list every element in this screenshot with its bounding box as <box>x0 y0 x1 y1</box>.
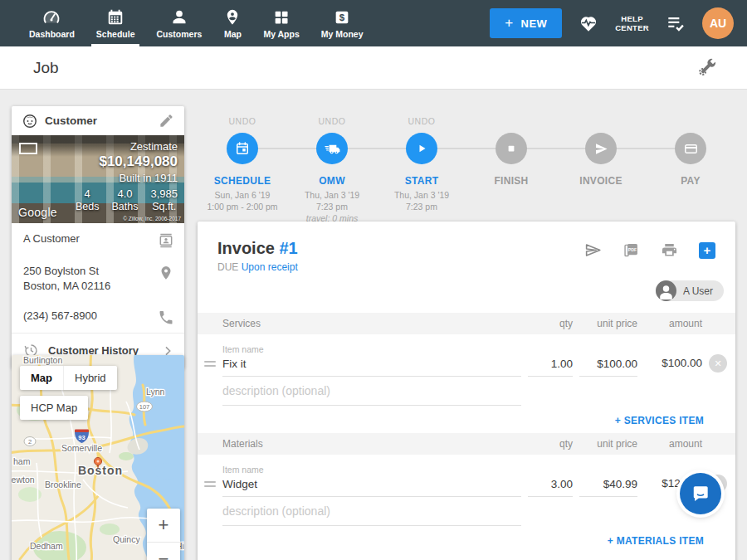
hcp-map-button[interactable]: HCP Map <box>20 396 88 420</box>
customer-card: Customer Zestimate $10,149,080 Built in … <box>12 106 184 368</box>
heart-pulse-icon[interactable] <box>578 12 599 34</box>
amount-column-header: amount <box>644 438 702 450</box>
start-step-button[interactable] <box>406 133 437 164</box>
nav-label: Map <box>224 29 242 39</box>
nav-item-my-apps[interactable]: My Apps <box>252 0 310 46</box>
customer-phone: (234) 567-8900 <box>23 309 158 324</box>
invoice-number: #1 <box>279 239 297 257</box>
nav-item-my-money[interactable]: $ My Money <box>310 0 374 46</box>
invoice-step-button[interactable] <box>585 133 617 164</box>
item-name-label: Item name <box>222 465 521 475</box>
drag-handle[interactable] <box>204 481 216 492</box>
service-name-input[interactable] <box>222 355 521 377</box>
truck-icon <box>324 140 341 158</box>
customer-address-row: 250 Boylston StBoston, MA 02116 <box>12 256 184 300</box>
svg-text:$: $ <box>339 12 345 22</box>
map-label-brookline: Brookline <box>45 480 81 489</box>
baths-stat: 4.0Baths <box>111 187 138 212</box>
zoom-out-button[interactable]: − <box>147 542 180 560</box>
route-107-shield: 107 <box>137 402 153 411</box>
map-card[interactable]: Burlington Lynn Somerville ham Newton Br… <box>12 355 184 560</box>
timeline-step-schedule: UNDO SCHEDULE Sun, Jan 6 '191:00 pm - 2:… <box>198 116 287 225</box>
customer-name-row: A Customer <box>12 223 184 256</box>
service-unit-price-input[interactable] <box>579 355 637 377</box>
activity-feed-icon[interactable] <box>665 12 686 34</box>
add-services-item-link[interactable]: + SERVICES ITEM <box>198 406 735 430</box>
svg-text:93: 93 <box>78 434 85 441</box>
service-description-input[interactable] <box>222 382 521 406</box>
undo-button[interactable]: UNDO <box>319 116 346 127</box>
pay-step-button[interactable] <box>675 133 706 164</box>
credit-card-icon <box>683 141 699 157</box>
pdf-icon[interactable]: PDF <box>622 241 640 259</box>
undo-button[interactable]: UNDO <box>229 116 256 127</box>
send-invoice-icon[interactable] <box>584 241 602 259</box>
job-settings-wrench-gear-icon[interactable] <box>696 57 717 78</box>
customer-address: 250 Boylston StBoston, MA 02116 <box>23 264 158 294</box>
invoice-due: DUE Upon receipt <box>217 261 715 273</box>
svg-text:107: 107 <box>139 403 150 411</box>
invoice-card: Invoice #1 PDF + DUE Upon receipt <box>198 222 735 560</box>
add-materials-item-link[interactable]: + MATERIALS ITEM <box>198 526 735 550</box>
materials-header: Materials <box>222 438 521 450</box>
nav-item-customers[interactable]: Customers <box>146 0 213 46</box>
map-button[interactable]: Map <box>20 366 63 390</box>
chat-support-button[interactable] <box>680 473 721 514</box>
map-zoom-control: + − <box>147 509 180 560</box>
location-pin-icon[interactable] <box>158 265 174 281</box>
nav-item-schedule[interactable]: Schedule <box>85 0 146 46</box>
nav-item-dashboard[interactable]: Dashboard <box>18 0 85 46</box>
help-center-link[interactable]: HELPCENTER <box>615 14 649 33</box>
unit-price-column-header: unit price <box>579 318 637 329</box>
service-qty-input[interactable] <box>528 355 573 377</box>
due-terms-link[interactable]: Upon receipt <box>242 261 298 273</box>
hybrid-button[interactable]: Hybrid <box>63 366 117 390</box>
phone-icon[interactable] <box>158 309 174 326</box>
chat-bubble-icon <box>690 483 711 504</box>
assignee-pill[interactable]: A User <box>656 280 724 301</box>
svg-text:PDF: PDF <box>628 247 637 252</box>
customer-card-title: Customer <box>45 114 152 127</box>
finish-step-button[interactable] <box>496 133 527 164</box>
nav-label: My Money <box>321 29 364 39</box>
plus-icon: + <box>505 15 513 32</box>
nav-label: My Apps <box>263 29 299 39</box>
new-button[interactable]: +NEW <box>490 8 562 38</box>
material-unit-price-input[interactable] <box>579 475 637 497</box>
qty-column-header: qty <box>528 438 573 450</box>
map-pin-icon <box>223 8 242 27</box>
google-watermark: Google <box>18 206 57 219</box>
customer-card-header: Customer <box>12 106 184 135</box>
drag-handle[interactable] <box>204 361 216 372</box>
qty-column-header: qty <box>528 318 573 329</box>
contact-card-icon[interactable] <box>158 232 174 249</box>
streetview-frame-icon <box>19 143 37 154</box>
customer-phone-row: (234) 567-8900 <box>12 300 184 333</box>
add-invoice-item-button[interactable]: + <box>699 242 715 259</box>
material-description-input[interactable] <box>222 502 521 526</box>
page-title: Job <box>33 59 59 77</box>
customer-name: A Customer <box>23 231 158 246</box>
undo-button[interactable]: UNDO <box>408 116 436 127</box>
zoom-in-button[interactable]: + <box>147 509 180 542</box>
user-avatar[interactable]: AU <box>702 7 734 39</box>
dashboard-gauge-icon <box>42 8 61 27</box>
schedule-step-button[interactable] <box>227 133 258 164</box>
app-window: Dashboard Schedule Customers Map My Apps <box>0 0 747 560</box>
map-label-newton: Newton <box>12 475 35 485</box>
nav-item-map[interactable]: Map <box>212 0 252 46</box>
omw-step-button[interactable] <box>316 133 348 164</box>
edit-pencil-icon[interactable] <box>159 113 174 129</box>
invoice-title: Invoice #1 <box>217 239 298 258</box>
apps-grid-icon <box>272 8 290 27</box>
materials-header-bar: Materials qty unit price amount <box>198 433 735 455</box>
map-label-dedham: Dedham <box>30 541 63 551</box>
print-icon[interactable] <box>661 241 678 259</box>
built-year: Built in 1911 <box>76 172 178 184</box>
material-qty-input[interactable] <box>528 475 573 497</box>
material-name-input[interactable] <box>222 475 521 497</box>
services-header: Services <box>222 318 521 329</box>
delete-line-item-button[interactable]: ✕ <box>709 354 727 373</box>
services-header-bar: Services qty unit price amount <box>198 313 735 334</box>
top-navbar: Dashboard Schedule Customers Map My Apps <box>0 0 747 46</box>
